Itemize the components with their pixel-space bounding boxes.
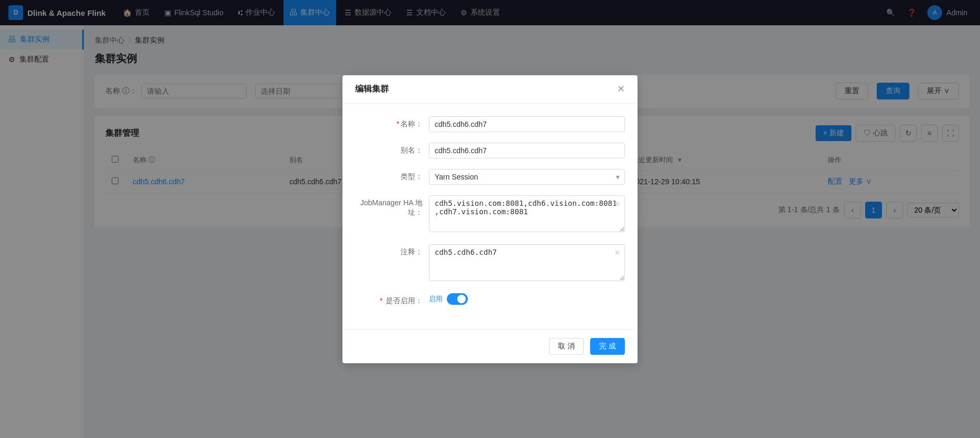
modal-jm-textarea[interactable]: cdh5.vision.com:8081,cdh6.vision.com:808… (429, 195, 625, 232)
modal-type-content: Yarn Session Standalone Yarn Per-Job Kub… (429, 169, 625, 185)
modal-name-label: *名称： (355, 116, 429, 129)
modal-close-button[interactable]: ✕ (617, 84, 625, 94)
modal-type-label: 类型： (355, 169, 429, 182)
modal-jm-label: JobManager HA 地址： (355, 195, 429, 217)
note-clear-icon[interactable]: ✕ (614, 248, 621, 257)
modal-note-label: 注释： (355, 244, 429, 257)
modal-enable-row: * 是否启用： 启用 (355, 293, 625, 306)
modal-body: *名称： 别名： 类型： Yarn Session (342, 104, 638, 329)
modal-jm-row: JobManager HA 地址： cdh5.vision.com:8081,c… (355, 195, 625, 234)
modal-overlay[interactable]: 编辑集群 ✕ *名称： 别名： 类 (0, 0, 980, 438)
toggle-slider (447, 293, 468, 305)
modal-note-textarea-wrapper: cdh5.cdh6.cdh7 ✕ (429, 244, 625, 283)
modal-title: 编辑集群 (355, 84, 389, 95)
edit-cluster-modal: 编辑集群 ✕ *名称： 别名： 类 (342, 75, 638, 363)
modal-jm-content: cdh5.vision.com:8081,cdh6.vision.com:808… (429, 195, 625, 234)
modal-name-row: *名称： (355, 116, 625, 132)
modal-footer: 取 消 完 成 (342, 329, 638, 363)
modal-alias-label: 别名： (355, 143, 429, 155)
modal-note-textarea[interactable]: cdh5.cdh6.cdh7 (429, 244, 625, 281)
modal-name-input[interactable] (429, 116, 625, 132)
confirm-button[interactable]: 完 成 (590, 338, 625, 355)
modal-enable-content: 启用 (429, 293, 625, 305)
toggle-wrapper: 启用 (429, 293, 625, 305)
enable-required-star: * (380, 296, 383, 305)
modal-enable-label: * 是否启用： (355, 293, 429, 306)
enable-toggle[interactable] (447, 293, 468, 305)
jm-clear-icon[interactable]: ✕ (614, 200, 621, 208)
modal-alias-row: 别名： (355, 143, 625, 158)
cancel-button[interactable]: 取 消 (549, 338, 584, 355)
required-star: * (397, 120, 399, 128)
modal-type-select[interactable]: Yarn Session Standalone Yarn Per-Job Kub… (429, 169, 625, 185)
modal-name-content (429, 116, 625, 132)
modal-type-row: 类型： Yarn Session Standalone Yarn Per-Job… (355, 169, 625, 185)
modal-header: 编辑集群 ✕ (342, 75, 638, 104)
modal-type-select-wrapper: Yarn Session Standalone Yarn Per-Job Kub… (429, 169, 625, 185)
modal-note-content: cdh5.cdh6.cdh7 ✕ (429, 244, 625, 283)
modal-note-row: 注释： cdh5.cdh6.cdh7 ✕ (355, 244, 625, 283)
modal-jm-textarea-wrapper: cdh5.vision.com:8081,cdh6.vision.com:808… (429, 195, 625, 234)
toggle-label: 启用 (429, 294, 443, 304)
modal-alias-input[interactable] (429, 143, 625, 158)
modal-alias-content (429, 143, 625, 158)
